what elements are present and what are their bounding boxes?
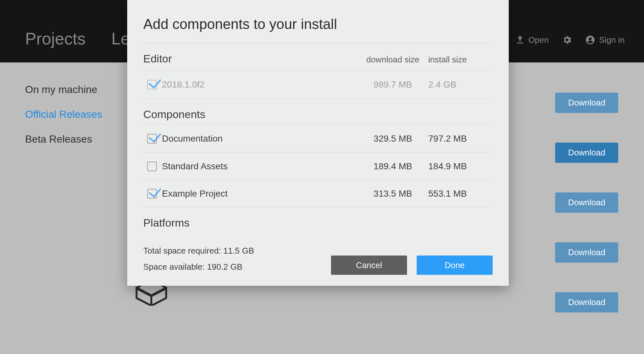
total-space-required: Total space required: 11.5 GB [143,243,254,259]
platforms-heading: Platforms [143,208,493,230]
component-download-size: 313.5 MB [357,189,428,199]
component-name: Standard Assets [162,161,357,172]
component-install-size: 797.2 MB [428,134,493,144]
cancel-button[interactable]: Cancel [331,256,407,275]
component-download-size: 189.4 MB [357,161,428,172]
done-button[interactable]: Done [417,256,493,275]
editor-row: 2018.1.0f2 989.7 MB 2.4 GB [143,71,493,98]
component-install-size: 553.1 MB [428,189,493,199]
checkbox-component[interactable] [147,189,157,199]
editor-version: 2018.1.0f2 [162,79,357,90]
editor-section-header: Editor download size install size [143,50,493,71]
component-name: Example Project [162,189,357,199]
add-components-dialog: Add components to your install Editor do… [127,0,509,286]
component-row: Example Project313.5 MB553.1 MB [143,180,493,208]
component-row: Documentation329.5 MB797.2 MB [143,125,493,152]
editor-download-size: 989.7 MB [357,79,428,90]
dialog-footer: Total space required: 11.5 GB Space avai… [143,243,493,275]
component-download-size: 329.5 MB [357,134,428,144]
checkbox-editor [147,80,157,89]
avail-value: 190.2 GB [207,262,242,272]
space-available: Space available: 190.2 GB [143,259,254,275]
editor-heading: Editor [143,52,172,65]
component-install-size: 184.9 MB [428,161,493,172]
checkbox-component[interactable] [147,134,157,144]
avail-label: Space available: [143,262,207,272]
component-name: Documentation [162,134,357,144]
components-heading: Components [143,98,493,125]
total-value: 11.5 GB [223,246,254,256]
column-install-size: install size [428,55,493,65]
dialog-title: Add components to your install [143,16,493,43]
total-label: Total space required: [143,246,223,256]
checkbox-component[interactable] [147,162,157,171]
column-download-size: download size [357,55,428,65]
editor-install-size: 2.4 GB [428,79,493,90]
component-row: Standard Assets189.4 MB184.9 MB [143,152,493,180]
